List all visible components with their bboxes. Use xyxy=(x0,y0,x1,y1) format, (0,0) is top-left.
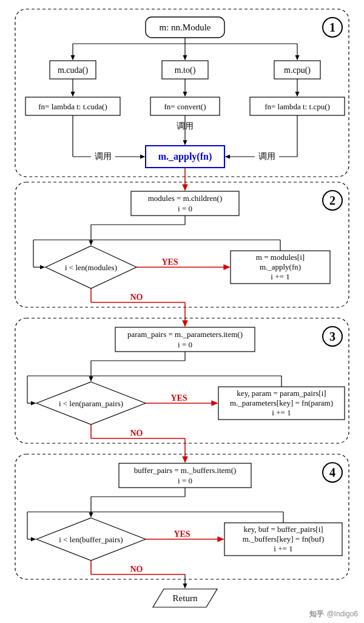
s4-body-l3: i += 1 xyxy=(274,544,292,553)
s3-no: NO xyxy=(130,429,143,438)
s4-body-l1: key, buf = buffer_pairs[i] xyxy=(243,525,323,534)
apply-box: m._apply(fn) xyxy=(158,151,212,162)
s4-body-l2: m._buffers[key] = fn(buf) xyxy=(243,534,325,543)
root-node: m: nn.Module xyxy=(160,22,211,32)
s3-cond: i < len(param_pairs) xyxy=(59,399,123,408)
call-label-left: 调用 xyxy=(95,152,112,161)
s3-init-l1: param_pairs = m._parameters.item() xyxy=(127,330,243,339)
zhihu-logo-icon: 知乎 xyxy=(309,609,324,619)
section-1: 1 m: nn.Module m.cuda() m.to() m.cpu() f… xyxy=(15,9,349,177)
to-box: m.to() xyxy=(175,66,196,75)
section-3: 3 param_pairs = m._parameters.item() i =… xyxy=(15,318,349,443)
s3-init-l2: i = 0 xyxy=(178,340,192,349)
s4-init-l1: buffer_pairs = m._buffers.item() xyxy=(134,466,237,475)
s3-body-l3: i += 1 xyxy=(272,408,291,417)
s2-yes: YES xyxy=(161,257,178,267)
s2-body-l3: i += 1 xyxy=(271,272,289,281)
section-4-number: 4 xyxy=(329,466,335,479)
fn-cpu-box: fn= lambda t: t.cpu() xyxy=(265,102,330,111)
fn-cuda-box: fn= lambda t: t.cuda() xyxy=(38,102,107,111)
section-1-number: 1 xyxy=(329,21,335,34)
return-box: Return xyxy=(173,593,198,603)
cpu-box: m.cpu() xyxy=(284,66,311,75)
section-2-number: 2 xyxy=(329,194,335,207)
s2-init-l1: modules = m.children() xyxy=(148,194,223,203)
call-label-right: 调用 xyxy=(258,152,275,161)
s3-yes: YES xyxy=(170,393,187,403)
s2-body-l2: m._apply(fn) xyxy=(260,262,301,271)
s2-body-l1: m = modules[i] xyxy=(256,253,305,262)
s4-cond: i < len(buffer_pairs) xyxy=(59,535,123,544)
s2-cond: i < len(modules) xyxy=(65,263,117,272)
s4-init-l2: i = 0 xyxy=(178,476,192,485)
section-2: 2 modules = m.children() i = 0 i < len(m… xyxy=(15,182,349,307)
s2-no: NO xyxy=(130,293,143,302)
s3-body-l2: m._parameters[key] = fn(param) xyxy=(230,398,333,407)
s4-yes: YES xyxy=(174,529,190,539)
cuda-box: m.cuda() xyxy=(58,66,88,75)
fn-convert-box: fn= convert() xyxy=(164,102,206,111)
call-label-center: 调用 xyxy=(177,121,194,131)
s2-init-l2: i = 0 xyxy=(178,204,192,213)
s3-body-l1: key, param = param_pairs[i] xyxy=(237,389,326,398)
s4-no: NO xyxy=(130,565,143,574)
section-4: 4 buffer_pairs = m._buffers.item() i = 0… xyxy=(15,454,349,579)
section-3-number: 3 xyxy=(329,330,335,343)
watermark-text: @Indigo6 xyxy=(326,610,358,618)
watermark: 知乎@Indigo6 xyxy=(309,609,358,619)
